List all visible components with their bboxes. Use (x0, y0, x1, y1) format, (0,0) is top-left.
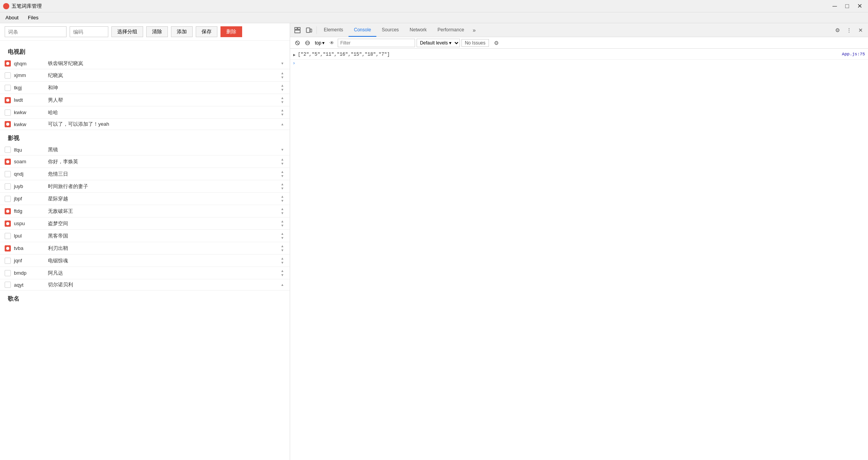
close-devtools-icon[interactable]: ✕ (855, 24, 866, 36)
sort-down-button[interactable]: ▼ (280, 224, 285, 227)
context-dropdown-icon: ▾ (322, 40, 325, 46)
sort-down-button[interactable]: ▼ (280, 174, 285, 178)
menu-about[interactable]: About (3, 14, 21, 21)
sort-up-button[interactable]: ▲ (280, 283, 285, 287)
word-checkbox[interactable] (5, 221, 11, 227)
word-code: uspu (14, 221, 45, 226)
sort-up-button[interactable]: ▲ (280, 219, 285, 223)
sort-down-button[interactable]: ▼ (280, 211, 285, 215)
sort-up-button[interactable]: ▲ (280, 269, 285, 273)
tab-console[interactable]: Console (349, 24, 376, 37)
word-checkbox[interactable] (5, 60, 11, 67)
group-button[interactable]: 选择分组 (111, 26, 143, 37)
context-selector[interactable]: top ▾ (313, 39, 326, 46)
sort-up-button[interactable]: ▲ (280, 195, 285, 198)
inspector-icon[interactable] (292, 24, 303, 36)
sort-up-button[interactable]: ▲ (280, 232, 285, 236)
tab-network[interactable]: Network (404, 24, 432, 37)
svg-rect-3 (306, 28, 310, 32)
tab-sources[interactable]: Sources (376, 24, 404, 37)
word-name: 铁齿铜牙纪晓岚 (48, 60, 277, 67)
console-settings-icon[interactable]: ⚙ (492, 39, 501, 47)
sort-down-button[interactable]: ▼ (280, 248, 285, 252)
code-input[interactable] (70, 26, 108, 37)
sort-down-button[interactable]: ▼ (280, 261, 285, 265)
console-input[interactable] (297, 60, 865, 66)
close-button[interactable]: ✕ (854, 1, 865, 12)
word-checkbox[interactable] (5, 282, 11, 288)
sort-up-button[interactable]: ▲ (280, 108, 285, 112)
sort-up-button[interactable]: ▲ (280, 84, 285, 87)
sort-down-button[interactable]: ▼ (280, 236, 285, 240)
word-checkbox[interactable] (5, 183, 11, 190)
word-checkbox[interactable] (5, 233, 11, 239)
word-checkbox[interactable] (5, 85, 11, 91)
maximize-button[interactable]: □ (842, 1, 853, 12)
word-checkbox[interactable] (5, 196, 11, 202)
toolbar: 选择分组 清除 添加 保存 删除 (0, 23, 290, 41)
console-source-link[interactable]: App.js:75 (842, 51, 865, 58)
tab-performance[interactable]: Performance (432, 24, 470, 37)
word-checkbox[interactable] (5, 109, 11, 116)
word-name: 黑镜 (48, 146, 277, 153)
word-checkbox[interactable] (5, 72, 11, 79)
word-code: jbpf (14, 196, 45, 202)
tab-elements[interactable]: Elements (318, 24, 349, 37)
sort-up-button[interactable]: ▲ (280, 182, 285, 186)
word-code: kwkw (14, 121, 45, 127)
sort-up-button[interactable]: ▲ (280, 207, 285, 211)
sort-arrows: ▲▼ (280, 269, 285, 277)
word-checkbox[interactable] (5, 147, 11, 153)
sort-up-button[interactable]: ▲ (280, 257, 285, 260)
sort-arrows: ▲▼ (280, 84, 285, 92)
sort-down-button[interactable]: ▼ (280, 88, 285, 92)
sort-down-button[interactable]: ▼ (280, 186, 285, 190)
minimize-button[interactable]: ─ (829, 1, 840, 12)
prompt-icon: › (293, 60, 295, 66)
word-name: 无敌破坏王 (48, 208, 277, 215)
eye-icon[interactable]: 👁 (328, 39, 336, 47)
sort-down-button[interactable]: ▼ (280, 113, 285, 116)
word-checkbox[interactable] (5, 270, 11, 276)
sort-down-button[interactable]: ▼ (280, 75, 285, 79)
level-select[interactable]: Default levels ▾ Verbose Info Warnings E… (417, 39, 460, 47)
word-name: 利刃出鞘 (48, 245, 277, 252)
sort-up-button[interactable]: ▲ (280, 71, 285, 75)
sort-up-button[interactable]: ▲ (280, 96, 285, 100)
sort-up-button[interactable]: ▲ (280, 122, 285, 126)
clear-console-icon[interactable] (293, 39, 302, 47)
sort-up-button[interactable]: ▲ (280, 170, 285, 174)
word-checkbox[interactable] (5, 245, 11, 251)
sort-down-button[interactable]: ▼ (280, 162, 285, 166)
more-options-icon[interactable]: ⋮ (843, 24, 855, 36)
word-row: soam你好，李焕英▲▼ (0, 156, 290, 168)
word-checkbox[interactable] (5, 97, 11, 103)
word-checkbox[interactable] (5, 121, 11, 127)
sort-up-button[interactable]: ▲ (280, 157, 285, 161)
menu-bar: About Files (0, 12, 868, 23)
menu-files[interactable]: Files (26, 14, 41, 21)
word-name: 危情三日 (48, 171, 277, 178)
sort-down-button[interactable]: ▼ (280, 273, 285, 277)
block-icon[interactable] (303, 39, 312, 47)
more-tabs-button[interactable]: » (470, 24, 479, 36)
sort-down-button[interactable]: ▼ (280, 100, 285, 104)
save-button[interactable]: 保存 (196, 26, 217, 37)
filter-input[interactable] (338, 39, 415, 47)
device-icon[interactable] (303, 24, 315, 36)
expand-arrow-icon[interactable]: ▶ (293, 52, 296, 58)
word-checkbox[interactable] (5, 159, 11, 165)
sort-down-button[interactable]: ▼ (280, 148, 285, 152)
sort-down-button[interactable]: ▼ (280, 62, 285, 65)
delete-button[interactable]: 删除 (220, 26, 242, 37)
sort-up-button[interactable]: ▲ (280, 244, 285, 248)
add-button[interactable]: 添加 (171, 26, 193, 37)
search-input[interactable] (5, 26, 67, 37)
settings-icon[interactable]: ⚙ (832, 24, 843, 36)
svg-rect-2 (298, 27, 300, 29)
word-checkbox[interactable] (5, 171, 11, 177)
sort-down-button[interactable]: ▼ (280, 199, 285, 203)
clear-button[interactable]: 清除 (146, 26, 168, 37)
word-checkbox[interactable] (5, 258, 11, 264)
word-checkbox[interactable] (5, 208, 11, 214)
